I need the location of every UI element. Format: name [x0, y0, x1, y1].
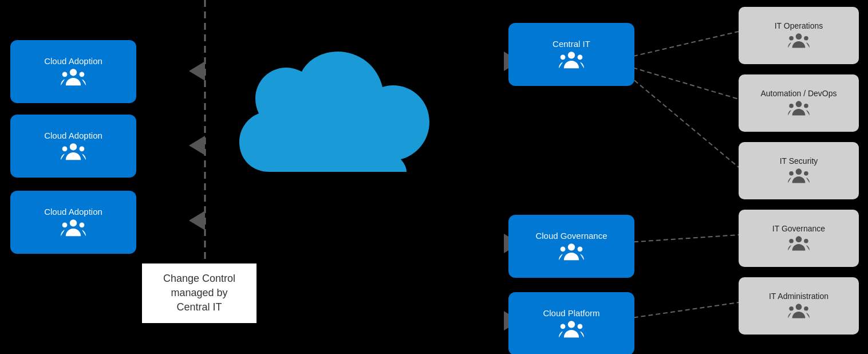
svg-point-43 [796, 304, 802, 310]
svg-point-26 [561, 246, 566, 251]
cloud-governance-box: Cloud Governance [508, 215, 634, 278]
it-administration-box: IT Administration [739, 277, 859, 335]
svg-point-42 [804, 239, 808, 243]
cloud-governance-icon [559, 243, 584, 262]
change-control-line1: Change Control [163, 273, 235, 284]
svg-point-17 [62, 146, 68, 151]
svg-point-40 [796, 236, 802, 242]
svg-point-25 [568, 243, 575, 250]
cloud-adoption-box-1: Cloud Adoption [10, 40, 136, 103]
svg-marker-3 [189, 211, 205, 230]
it-operations-icon [788, 33, 810, 50]
cloud-governance-label: Cloud Governance [535, 231, 607, 241]
cloud-adoption-1-label: Cloud Adoption [44, 56, 102, 66]
svg-point-32 [789, 36, 794, 41]
svg-point-15 [80, 72, 85, 77]
it-security-label: IT Security [780, 156, 818, 166]
svg-point-22 [568, 52, 575, 58]
svg-point-35 [789, 104, 794, 108]
change-control-box: Change Control managed by Central IT [142, 263, 257, 323]
people-icon-3 [61, 219, 86, 238]
svg-point-41 [789, 239, 794, 243]
svg-point-16 [70, 143, 77, 150]
it-security-box: IT Security [739, 142, 859, 199]
svg-point-23 [561, 54, 566, 60]
people-icon-1 [61, 68, 86, 88]
cloud-adoption-3-label: Cloud Adoption [44, 207, 102, 217]
cloud-adoption-box-3: Cloud Adoption [10, 191, 136, 254]
svg-point-21 [80, 222, 85, 227]
it-security-icon [788, 168, 810, 185]
svg-point-20 [62, 222, 68, 227]
svg-point-45 [804, 306, 808, 311]
svg-point-30 [578, 324, 583, 329]
central-it-label: Central IT [553, 39, 590, 49]
svg-point-31 [796, 33, 802, 40]
svg-point-36 [804, 104, 808, 108]
svg-point-29 [561, 324, 566, 329]
cloud-adoption-box-2: Cloud Adoption [10, 115, 136, 178]
cloud-platform-label: Cloud Platform [543, 308, 599, 318]
cloud-platform-box: Cloud Platform [508, 292, 634, 354]
svg-point-27 [578, 246, 583, 251]
svg-point-24 [578, 54, 583, 60]
svg-marker-1 [189, 61, 205, 81]
svg-point-13 [70, 69, 77, 76]
change-control-line2: managed by [171, 287, 227, 298]
svg-point-14 [62, 72, 68, 77]
it-administration-label: IT Administration [769, 292, 828, 301]
cloud-svg [223, 46, 441, 206]
change-control-line3: Central IT [176, 301, 222, 313]
it-operations-label: IT Operations [775, 21, 823, 30]
svg-point-28 [568, 321, 575, 328]
svg-point-33 [804, 36, 808, 41]
automation-devops-label: Automation / DevOps [760, 89, 837, 98]
it-administration-icon [788, 303, 810, 320]
it-governance-icon [788, 235, 810, 253]
cloud-adoption-2-label: Cloud Adoption [44, 131, 102, 140]
it-operations-box: IT Operations [739, 7, 859, 64]
svg-point-44 [789, 306, 794, 311]
svg-point-18 [80, 146, 85, 151]
cloud-shape [223, 46, 441, 209]
cloud-platform-icon [559, 320, 584, 340]
diagram-container: Cloud Adoption Cloud Adoption Cloud Adop… [0, 0, 868, 354]
central-it-box: Central IT [508, 23, 634, 86]
svg-point-38 [789, 171, 794, 176]
svg-marker-2 [189, 136, 205, 155]
automation-devops-icon [788, 100, 810, 117]
svg-point-34 [796, 101, 802, 107]
svg-point-39 [804, 171, 808, 176]
automation-devops-box: Automation / DevOps [739, 74, 859, 132]
it-governance-label: IT Governance [772, 224, 825, 233]
people-icon-2 [61, 143, 86, 162]
it-governance-box: IT Governance [739, 210, 859, 267]
central-it-icon [559, 51, 584, 70]
svg-point-37 [796, 168, 802, 175]
svg-point-19 [70, 219, 77, 226]
